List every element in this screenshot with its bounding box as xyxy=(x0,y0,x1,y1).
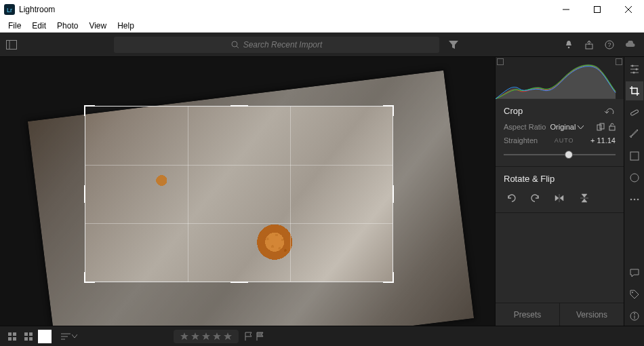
tab-versions[interactable]: Versions xyxy=(559,303,624,326)
rotate-ccw-button[interactable] xyxy=(504,191,519,206)
svg-point-25 xyxy=(633,199,635,201)
crop-handle-tl[interactable] xyxy=(84,105,95,116)
lock-icon[interactable] xyxy=(609,123,616,131)
straighten-slider[interactable] xyxy=(504,150,616,159)
edit-tool[interactable] xyxy=(626,60,643,79)
rotate-cw-button[interactable] xyxy=(528,191,543,206)
tag-tool[interactable] xyxy=(626,285,643,304)
slider-knob[interactable] xyxy=(565,151,573,159)
search-icon xyxy=(231,41,239,49)
crop-tool[interactable] xyxy=(626,81,643,100)
footer xyxy=(0,326,644,346)
menu-help[interactable]: Help xyxy=(112,21,140,31)
svg-point-24 xyxy=(630,199,632,201)
grid-small-view-button[interactable] xyxy=(5,330,19,343)
chevron-down-icon[interactable] xyxy=(578,126,584,130)
info-tool[interactable] xyxy=(626,307,643,326)
crop-handle-b[interactable] xyxy=(230,279,248,283)
image-canvas[interactable] xyxy=(0,57,495,326)
brush-tool[interactable] xyxy=(626,125,643,144)
svg-point-27 xyxy=(632,292,633,293)
crop-rectangle[interactable] xyxy=(85,106,393,282)
sort-button[interactable] xyxy=(61,333,77,340)
window-maximize-button[interactable] xyxy=(582,0,613,19)
svg-rect-35 xyxy=(24,332,28,336)
crop-handle-l[interactable] xyxy=(84,185,88,203)
app-icon: Lr xyxy=(4,4,15,15)
tool-strip xyxy=(624,57,644,326)
single-view-button[interactable] xyxy=(38,330,52,343)
chevron-down-icon xyxy=(72,334,77,339)
bell-icon xyxy=(564,40,573,50)
funnel-icon xyxy=(449,41,458,49)
menu-file[interactable]: File xyxy=(3,21,26,31)
crop-handle-r[interactable] xyxy=(390,185,394,203)
svg-rect-32 xyxy=(13,332,16,336)
svg-rect-38 xyxy=(29,337,33,341)
star-icon[interactable] xyxy=(191,332,199,341)
share-button[interactable] xyxy=(579,33,599,57)
info-icon xyxy=(630,311,639,321)
window-titlebar: Lr Lightroom xyxy=(0,0,644,19)
straighten-value[interactable]: + 11.14 xyxy=(590,136,616,145)
svg-rect-33 xyxy=(8,337,12,341)
svg-rect-21 xyxy=(630,109,638,115)
comment-icon xyxy=(630,269,639,277)
flag-pick-icon[interactable] xyxy=(244,332,253,341)
rotate-ccw-icon xyxy=(506,193,517,204)
svg-point-30 xyxy=(634,313,635,315)
help-button[interactable]: ? xyxy=(599,33,620,57)
reset-icon[interactable] xyxy=(605,107,616,115)
headerbar: Search Recent Import ? xyxy=(0,33,644,57)
linear-gradient-tool[interactable] xyxy=(626,147,643,166)
healing-tool[interactable] xyxy=(626,103,643,122)
tag-icon xyxy=(630,290,639,299)
orientation-icon[interactable] xyxy=(597,123,605,131)
sliders-icon xyxy=(629,64,640,75)
tab-presets[interactable]: Presets xyxy=(496,303,559,326)
grid-large-view-button[interactable] xyxy=(22,330,35,343)
straighten-label: Straighten xyxy=(504,136,538,145)
comment-tool[interactable] xyxy=(626,263,643,282)
window-close-button[interactable] xyxy=(613,0,644,19)
panel-toggle-button[interactable] xyxy=(0,40,23,50)
svg-rect-6 xyxy=(7,40,17,49)
menu-edit[interactable]: Edit xyxy=(26,21,52,31)
flip-vertical-button[interactable] xyxy=(577,191,592,206)
aspect-ratio-value[interactable]: Original xyxy=(550,123,576,131)
crop-handle-tr[interactable] xyxy=(383,105,394,116)
svg-text:Lr: Lr xyxy=(7,7,12,14)
star-icon[interactable] xyxy=(180,332,188,341)
dots-icon xyxy=(630,198,639,201)
rating-stars[interactable] xyxy=(174,330,239,343)
window-minimize-button[interactable] xyxy=(550,0,582,19)
crop-handle-bl[interactable] xyxy=(84,272,95,283)
histogram[interactable] xyxy=(496,57,624,99)
menu-photo[interactable]: Photo xyxy=(52,21,83,31)
aspect-ratio-label: Aspect Ratio xyxy=(504,123,546,131)
svg-line-9 xyxy=(237,46,239,48)
notifications-button[interactable] xyxy=(559,33,579,57)
svg-rect-12 xyxy=(586,44,592,49)
svg-rect-31 xyxy=(8,332,12,336)
star-icon[interactable] xyxy=(202,332,210,341)
radial-gradient-tool[interactable] xyxy=(626,168,643,187)
straighten-auto-button[interactable]: AUTO xyxy=(555,137,574,144)
flip-horizontal-button[interactable] xyxy=(552,191,567,206)
svg-point-23 xyxy=(630,174,639,182)
filter-button[interactable] xyxy=(439,41,468,49)
crop-handle-br[interactable] xyxy=(383,272,394,283)
search-input[interactable]: Search Recent Import xyxy=(114,37,439,53)
svg-point-18 xyxy=(631,65,633,67)
rotate-flip-section: Rotate & Flip xyxy=(496,167,624,213)
more-tool[interactable] xyxy=(626,190,643,209)
svg-text:?: ? xyxy=(607,41,611,48)
flag-reject-icon[interactable] xyxy=(256,332,264,341)
cloud-sync-button[interactable] xyxy=(620,33,640,57)
crop-title: Crop xyxy=(504,106,523,116)
crop-handle-t[interactable] xyxy=(230,105,248,109)
menu-view[interactable]: View xyxy=(83,21,112,31)
star-icon[interactable] xyxy=(224,332,232,341)
star-icon[interactable] xyxy=(213,332,221,341)
rotate-cw-icon xyxy=(530,193,541,204)
